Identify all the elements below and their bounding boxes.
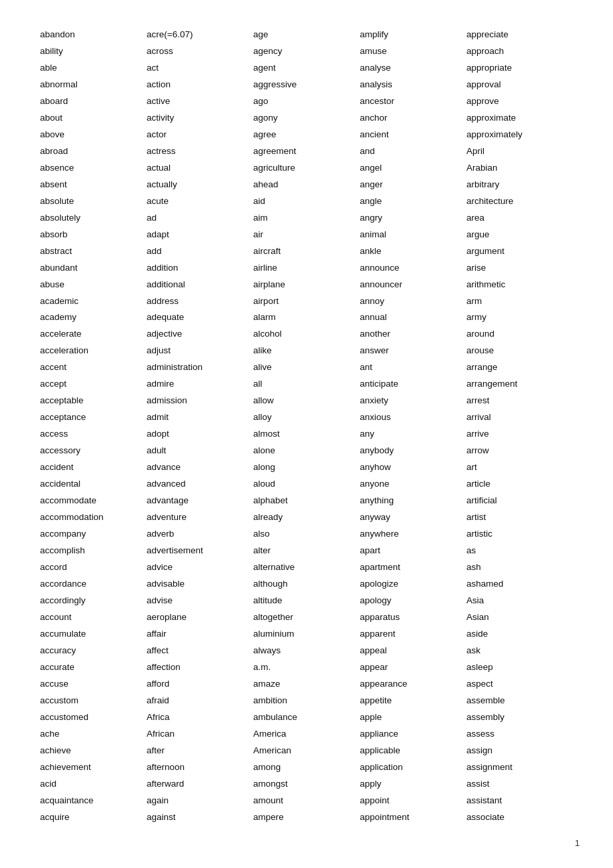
word-item: appliance — [360, 726, 466, 743]
word-item: arm — [466, 293, 573, 310]
word-item: arbitrary — [466, 177, 573, 193]
word-item: abroad — [40, 143, 147, 160]
word-item: access — [40, 426, 147, 443]
word-item: ancient — [360, 127, 466, 143]
page-number: 1 — [575, 838, 580, 848]
word-item: account — [40, 609, 147, 626]
word-item: anxiety — [360, 393, 466, 409]
word-item: associate — [466, 809, 573, 826]
word-item: alter — [253, 543, 360, 559]
word-item: admit — [147, 409, 253, 426]
word-item: accurate — [40, 659, 147, 676]
word-item: appointment — [360, 809, 466, 826]
word-item: alive — [253, 359, 360, 376]
word-item: accumulate — [40, 626, 147, 643]
word-item: apply — [360, 776, 466, 793]
word-item: already — [253, 509, 360, 526]
word-item: about — [40, 110, 147, 127]
word-item: affair — [147, 626, 253, 643]
word-item: as — [466, 543, 573, 559]
word-item: argue — [466, 227, 573, 243]
word-item: appear — [360, 659, 466, 676]
word-item: assign — [466, 743, 573, 759]
word-item: apartment — [360, 559, 466, 576]
word-item: arrange — [466, 359, 573, 376]
word-item: ashamed — [466, 576, 573, 593]
word-item: almost — [253, 426, 360, 443]
word-item: amongst — [253, 776, 360, 793]
word-item: accord — [40, 559, 147, 576]
word-item: ant — [360, 359, 466, 376]
word-item: abuse — [40, 277, 147, 293]
word-item: accuracy — [40, 643, 147, 659]
word-item: alarm — [253, 309, 360, 326]
word-item: ambition — [253, 693, 360, 709]
word-item: assistant — [466, 793, 573, 809]
word-item: ahead — [253, 177, 360, 193]
word-item: annoy — [360, 293, 466, 310]
word-item: American — [253, 743, 360, 759]
word-item: any — [360, 426, 466, 443]
word-item: answer — [360, 343, 466, 359]
word-item: among — [253, 759, 360, 776]
word-item: acquaintance — [40, 793, 147, 809]
word-item: anger — [360, 177, 466, 193]
word-item: assignment — [466, 759, 573, 776]
word-item: altogether — [253, 609, 360, 626]
word-column-3: ageagencyagentaggressiveagoagonyagreeagr… — [253, 27, 360, 826]
word-item: adopt — [147, 426, 253, 443]
word-item: analysis — [360, 77, 466, 93]
word-item: advise — [147, 593, 253, 609]
word-item: accomplish — [40, 543, 147, 559]
word-item: angry — [360, 210, 466, 227]
word-item: alone — [253, 443, 360, 459]
word-item: address — [147, 293, 253, 310]
word-item: ampere — [253, 809, 360, 826]
word-item: adventure — [147, 509, 253, 526]
word-item: ability — [40, 43, 147, 60]
word-item: assess — [466, 726, 573, 743]
word-item: argument — [466, 243, 573, 260]
word-item: accustomed — [40, 709, 147, 726]
word-item: adjective — [147, 326, 253, 343]
word-item: abundant — [40, 260, 147, 277]
word-item: arrow — [466, 443, 573, 459]
word-item: accordance — [40, 576, 147, 593]
word-item: all — [253, 376, 360, 393]
word-item: advance — [147, 459, 253, 476]
word-item: article — [466, 476, 573, 493]
word-item: arrival — [466, 409, 573, 426]
word-item: aeroplane — [147, 609, 253, 626]
word-item: affect — [147, 643, 253, 659]
word-item: actually — [147, 177, 253, 193]
word-item: abstract — [40, 243, 147, 260]
word-item: ago — [253, 93, 360, 110]
word-item: alike — [253, 343, 360, 359]
word-item: anticipate — [360, 376, 466, 393]
word-item: achievement — [40, 759, 147, 776]
word-item: artist — [466, 509, 573, 526]
word-item: appoint — [360, 793, 466, 809]
word-item: acquire — [40, 809, 147, 826]
word-item: agree — [253, 127, 360, 143]
word-item: accompany — [40, 526, 147, 543]
word-item: approach — [466, 43, 573, 60]
word-item: application — [360, 759, 466, 776]
word-item: afternoon — [147, 759, 253, 776]
word-item: aboard — [40, 93, 147, 110]
word-item: ancestor — [360, 93, 466, 110]
word-item: accustom — [40, 693, 147, 709]
word-item: after — [147, 743, 253, 759]
word-item: action — [147, 77, 253, 93]
word-item: along — [253, 459, 360, 476]
word-item: alternative — [253, 559, 360, 576]
word-item: academy — [40, 309, 147, 326]
word-item: active — [147, 93, 253, 110]
word-item: aluminium — [253, 626, 360, 643]
word-item: acute — [147, 193, 253, 210]
word-item: across — [147, 43, 253, 60]
word-item: anyhow — [360, 459, 466, 476]
word-item: absorb — [40, 227, 147, 243]
word-item: agony — [253, 110, 360, 127]
word-item: act — [147, 60, 253, 77]
